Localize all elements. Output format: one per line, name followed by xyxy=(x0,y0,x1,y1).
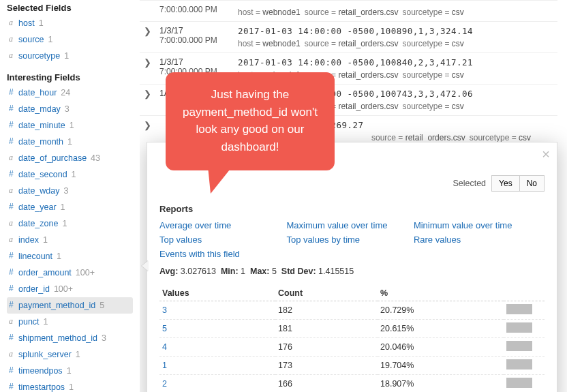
report-link[interactable]: Rare values xyxy=(414,232,540,247)
field-count: 1 xyxy=(57,250,61,263)
field-name: timeendpos xyxy=(18,364,63,378)
report-link[interactable]: Maximum value over time xyxy=(286,218,413,232)
value-link[interactable]: 3 xyxy=(159,301,275,320)
field-order_amount[interactable]: #order_amount100+ xyxy=(7,265,133,281)
col-count: Count xyxy=(275,286,378,301)
close-icon[interactable]: × xyxy=(542,147,550,162)
expand-row-icon[interactable]: ❯ xyxy=(140,85,155,116)
field-name: punct xyxy=(18,315,40,329)
field-date_of_purchase[interactable]: adate_of_purchase43 xyxy=(7,150,133,166)
field-date_month[interactable]: #date_month1 xyxy=(7,134,133,150)
value-link[interactable]: 4 xyxy=(159,338,275,357)
main-panel: 7:00:00.000 PMhost = webnode1source = re… xyxy=(140,0,567,392)
field-date_hour[interactable]: #date_hour24 xyxy=(7,85,133,101)
field-source[interactable]: asource1 xyxy=(7,31,133,48)
field-sourcetype[interactable]: asourcetype1 xyxy=(7,48,133,64)
field-name: payment_method_id xyxy=(18,299,95,312)
alpha-icon: a xyxy=(9,151,18,164)
report-link[interactable]: Average over time xyxy=(159,218,286,232)
event-row: ❯1/3/177:00:00.000 PM2017-01-03 14:00:00… xyxy=(140,22,557,53)
value-bar xyxy=(506,359,532,370)
field-count: 3 xyxy=(102,331,106,345)
value-row: 117319.704% xyxy=(159,357,545,375)
report-link[interactable]: Minimum value over time xyxy=(414,218,540,232)
field-punct[interactable]: apunct1 xyxy=(7,314,133,330)
field-date_year[interactable]: #date_year1 xyxy=(7,199,133,215)
field-name: date_mday xyxy=(18,102,61,116)
selected-fields-heading: Selected Fields xyxy=(7,3,133,13)
value-link[interactable]: 1 xyxy=(159,357,275,375)
value-count: 176 xyxy=(275,338,378,357)
report-link[interactable]: Events with this field xyxy=(159,247,286,261)
interesting-fields-list: #date_hour24#date_mday3#date_minute1#dat… xyxy=(7,85,133,392)
value-row: 318220.729% xyxy=(159,301,545,320)
value-percent: 20.046% xyxy=(378,338,504,357)
hash-icon: # xyxy=(9,380,18,392)
field-date_second[interactable]: #date_second1 xyxy=(7,166,133,183)
selected-yes-button[interactable]: Yes xyxy=(491,175,520,192)
hash-icon: # xyxy=(9,86,18,99)
field-name: linecount xyxy=(18,250,52,263)
report-link[interactable]: Top values by time xyxy=(286,232,413,247)
field-count: 100+ xyxy=(76,266,95,280)
hash-icon: # xyxy=(9,135,18,148)
field-count: 1 xyxy=(70,119,74,132)
expand-row-icon[interactable]: ❯ xyxy=(140,53,155,85)
field-count: 1 xyxy=(62,217,67,230)
field-date_minute[interactable]: #date_minute1 xyxy=(7,117,133,134)
field-count: 1 xyxy=(64,49,69,63)
callout-tail-icon xyxy=(208,166,232,194)
alpha-icon: a xyxy=(9,33,18,46)
value-count: 182 xyxy=(275,301,378,320)
field-name: date_year xyxy=(18,200,57,214)
field-date_wday[interactable]: adate_wday3 xyxy=(7,183,133,199)
popup-pointer-icon xyxy=(142,260,149,271)
field-name: date_zone xyxy=(18,217,58,230)
expand-row-icon[interactable]: ❯ xyxy=(140,22,155,53)
field-count: 3 xyxy=(63,184,68,198)
field-index[interactable]: aindex1 xyxy=(7,232,133,248)
field-date_zone[interactable]: adate_zone1 xyxy=(7,215,133,232)
field-shipment_method_id[interactable]: #shipment_method_id3 xyxy=(7,330,133,346)
value-percent: 20.615% xyxy=(378,320,504,338)
field-splunk_server[interactable]: asplunk_server1 xyxy=(7,346,133,363)
hash-icon: # xyxy=(9,331,18,344)
event-row: 7:00:00.000 PMhost = webnode1source = re… xyxy=(140,1,557,22)
field-payment_method_id[interactable]: #payment_method_id5 xyxy=(7,297,133,314)
field-timestartpos[interactable]: #timestartpos1 xyxy=(7,379,133,392)
tutorial-callout: Just having the payment_method_id won't … xyxy=(166,72,335,170)
field-name: index xyxy=(18,233,39,247)
hash-icon: # xyxy=(9,299,18,312)
field-name: date_wday xyxy=(18,184,59,198)
alpha-icon: a xyxy=(9,184,18,197)
hash-icon: # xyxy=(9,102,18,115)
interesting-fields-heading: Interesting Fields xyxy=(7,72,133,82)
value-bar xyxy=(506,322,532,333)
field-count: 1 xyxy=(67,135,72,149)
value-bar xyxy=(506,378,532,388)
field-timeendpos[interactable]: #timeendpos1 xyxy=(7,363,133,379)
value-link[interactable]: 2 xyxy=(159,375,275,393)
hash-icon: # xyxy=(9,364,18,377)
expand-row-icon[interactable] xyxy=(140,1,155,22)
event-raw: host = webnode1source = retail_orders.cs… xyxy=(234,1,557,22)
field-name: source xyxy=(18,33,44,46)
selected-no-button[interactable]: No xyxy=(520,175,545,192)
field-host[interactable]: ahost1 xyxy=(7,15,133,31)
value-row: 417620.046% xyxy=(159,338,545,357)
field-order_id[interactable]: #order_id100+ xyxy=(7,281,133,297)
field-count: 1 xyxy=(61,200,65,214)
value-percent: 19.704% xyxy=(378,357,504,375)
field-linecount[interactable]: #linecount1 xyxy=(7,248,133,265)
report-link[interactable]: Top values xyxy=(159,232,286,247)
value-link[interactable]: 5 xyxy=(159,320,275,338)
field-name: host xyxy=(18,16,35,30)
event-raw: 2017-01-03 14:00:00 -0500,100890,1,3,324… xyxy=(234,22,557,53)
alpha-icon: a xyxy=(9,233,18,246)
event-time: 1/3/177:00:00.000 PM xyxy=(155,22,234,53)
field-name: order_amount xyxy=(18,266,72,280)
field-count: 100+ xyxy=(54,282,73,296)
field-count: 43 xyxy=(91,151,100,165)
field-name: timestartpos xyxy=(18,380,65,392)
field-date_mday[interactable]: #date_mday3 xyxy=(7,101,133,117)
